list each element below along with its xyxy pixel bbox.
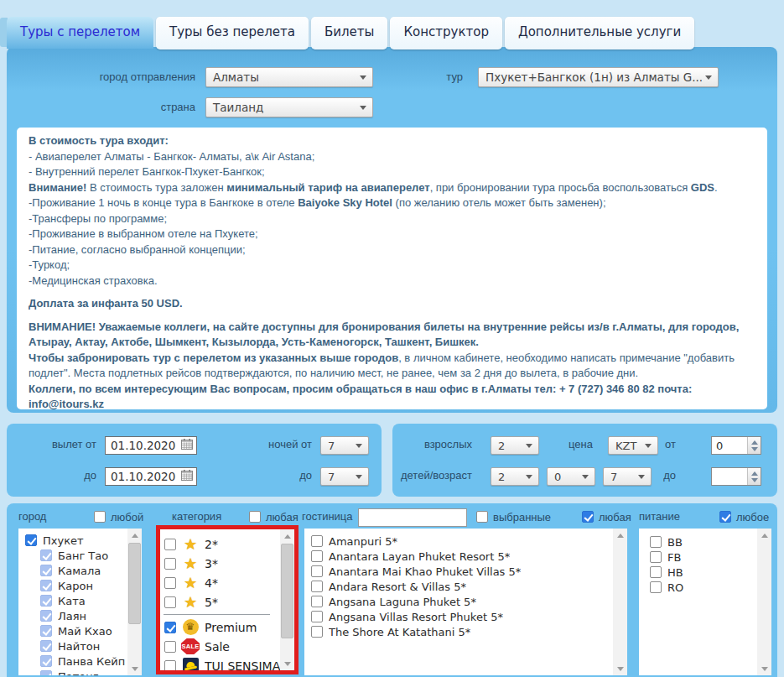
tab-tours-without-flight[interactable]: Туры без перелета (156, 17, 309, 49)
city-row: Панва Кейп (18, 654, 127, 669)
hotel-row: Angsana Laguna Phuket 5* (304, 594, 613, 609)
depart-to-date-value: 01.10.2020 (111, 470, 175, 483)
scroll-up-icon[interactable] (280, 529, 294, 543)
category-any-checkbox[interactable] (249, 511, 261, 523)
depart-to-date-input[interactable]: 01.10.2020 (105, 467, 197, 486)
depart-from-date-input[interactable]: 01.10.2020 (105, 436, 197, 455)
meal-any-label: любое (736, 511, 769, 523)
category-checkbox[interactable] (164, 558, 176, 570)
tab-tours-with-flight[interactable]: Туры с перелетом (7, 17, 153, 49)
tab-constructor[interactable]: Конструктор (390, 17, 502, 49)
city-checkbox[interactable] (40, 655, 52, 667)
city-checkbox[interactable] (40, 565, 52, 576)
spinner-buttons[interactable] (747, 437, 761, 454)
meal-label: FB (667, 551, 681, 564)
category-checkbox[interactable] (164, 641, 176, 653)
category-row: SALESale (160, 637, 280, 656)
scroll-down-icon[interactable] (280, 657, 294, 670)
nights-from-label: ночей от (225, 435, 312, 455)
city-list-scrollbar[interactable] (127, 529, 142, 675)
meal-any-checkbox[interactable] (719, 511, 731, 523)
category-highlight-frame: ★2*★3*★4*★5*♛PremiumSALESaleTUI SENSIMAR (156, 525, 299, 674)
category-checkbox[interactable] (164, 660, 176, 671)
hotel-list-scrollbar[interactable] (613, 529, 627, 675)
depart-from-date-value: 01.10.2020 (111, 439, 175, 452)
hotel-checkbox[interactable] (311, 581, 323, 592)
scroll-down-icon[interactable] (613, 662, 627, 675)
price-from-spinner[interactable]: 0 (711, 436, 761, 455)
spinner-down-icon[interactable] (751, 447, 758, 451)
children-count-select[interactable]: 2 (491, 467, 539, 486)
category-checkbox[interactable] (164, 622, 176, 633)
meal-checkbox[interactable] (650, 536, 662, 548)
tab-additional-services[interactable]: Дополнительные услуги (505, 17, 694, 49)
nights-from-value: 7 (328, 440, 335, 452)
nights-from-select[interactable]: 7 (320, 436, 369, 455)
spinner-down-icon[interactable] (751, 478, 758, 482)
departure-city-select[interactable]: Алматы (205, 67, 373, 87)
city-checkbox[interactable] (40, 580, 52, 591)
city-checkbox[interactable] (40, 670, 52, 675)
city-any-checkbox[interactable] (94, 511, 106, 523)
nights-to-select[interactable]: 7 (320, 467, 369, 486)
calendar-icon[interactable] (181, 439, 193, 452)
category-label: TUI SENSIMAR (205, 659, 280, 671)
selected-hotels-checkbox[interactable] (476, 511, 488, 523)
chevron-down-icon (705, 76, 712, 80)
city-checkbox[interactable] (25, 534, 37, 546)
tour-value: Пхукет+Бангкок (1н) из Алматы G... (485, 70, 703, 84)
hotel-checkbox[interactable] (311, 596, 323, 607)
category-column-label: категория (172, 510, 221, 523)
info-line: ВНИМАНИЕ! Уважаемые коллеги, на сайте до… (29, 320, 755, 351)
info-text-segment: Baiyoke Sky Hotel (298, 196, 392, 209)
scrollbar-thumb[interactable] (128, 543, 141, 624)
child-age-1-select[interactable]: 0 (547, 467, 595, 486)
spinner-up-icon[interactable] (751, 440, 758, 445)
city-label: Карон (58, 580, 93, 592)
city-checkbox[interactable] (40, 595, 52, 607)
category-checkbox[interactable] (164, 539, 176, 550)
price-to-spinner[interactable] (711, 467, 761, 486)
scroll-down-icon[interactable] (127, 662, 142, 675)
tour-select[interactable]: Пхукет+Бангкок (1н) из Алматы G... (478, 67, 719, 87)
children-count-value: 2 (498, 471, 505, 483)
chevron-down-icon (582, 475, 589, 479)
info-text-segment: -Проживание 1 ночь в конце тура в Бангко… (29, 196, 298, 209)
scroll-down-icon[interactable] (757, 662, 771, 675)
tab-tickets[interactable]: Билеты (311, 17, 387, 49)
scroll-up-icon[interactable] (127, 529, 142, 542)
hotel-checkbox[interactable] (311, 535, 323, 547)
meal-checkbox[interactable] (650, 551, 662, 563)
calendar-icon[interactable] (181, 470, 193, 483)
hotel-checkbox[interactable] (311, 626, 323, 638)
hotel-row: Amanpuri 5* (304, 534, 613, 549)
hotel-checkbox[interactable] (311, 611, 323, 622)
city-checkbox[interactable] (40, 610, 52, 622)
hotel-checkbox[interactable] (311, 565, 323, 577)
info-text-segment: - Внутренний перелет Бангкок-Пхукет-Банг… (29, 165, 265, 178)
hotel-search-input[interactable] (358, 508, 467, 527)
category-checkbox[interactable] (164, 596, 176, 608)
scroll-up-icon[interactable] (757, 529, 771, 542)
meal-checkbox[interactable] (650, 581, 662, 593)
info-text-segment: Коллеги, по всем интересующим Вас вопрос… (29, 383, 692, 410)
category-list-scrollbar[interactable] (280, 529, 294, 670)
city-checkbox[interactable] (40, 549, 52, 561)
spinner-up-icon[interactable] (751, 471, 758, 476)
city-checkbox[interactable] (40, 625, 52, 637)
scrollbar-thumb[interactable] (281, 544, 293, 638)
hotel-any-checkbox[interactable] (582, 511, 594, 523)
meal-list-scrollbar[interactable] (757, 529, 771, 675)
country-select[interactable]: Таиланд (205, 97, 373, 117)
scroll-up-icon[interactable] (613, 529, 627, 542)
info-text-segment: ВНИМАНИЕ! Уважаемые коллеги, на сайте до… (29, 320, 739, 349)
category-row: ♛Premium (160, 617, 280, 637)
info-text-segment: В стоимость тура заложен (86, 181, 226, 194)
spinner-buttons[interactable] (747, 468, 761, 485)
category-divider (164, 614, 270, 615)
hotel-checkbox[interactable] (311, 550, 323, 562)
category-checkbox[interactable] (164, 577, 176, 589)
meal-checkbox[interactable] (650, 566, 662, 578)
city-checkbox[interactable] (40, 640, 52, 652)
info-line: - Внутренний перелет Бангкок-Пхукет-Банг… (29, 164, 755, 180)
